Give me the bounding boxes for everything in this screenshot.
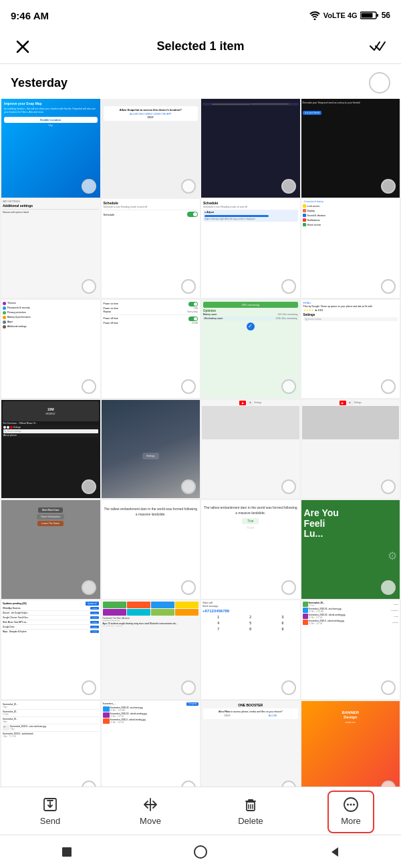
bottom-action-bar: Send Move Delete More: [0, 787, 401, 835]
select-all-circle[interactable]: [369, 72, 390, 93]
grid-item[interactable]: Schedule Schedule to turn Reading mode o…: [201, 199, 300, 298]
close-button[interactable]: [11, 35, 35, 59]
svg-rect-14: [62, 847, 72, 857]
item-select-circle[interactable]: [82, 179, 96, 194]
grid-item[interactable]: 35% remaining Optimize Battery saver12h …: [201, 300, 300, 399]
back-button[interactable]: [325, 843, 344, 861]
send-action[interactable]: Send: [0, 796, 100, 826]
item-select-circle[interactable]: [381, 379, 396, 394]
grid-item[interactable]: WIFI SETTINGS Additional settings Variou…: [1, 199, 100, 298]
grid-item[interactable]: Schedule Schedule to turn Reading mode o…: [102, 199, 200, 298]
battery-icon: [360, 11, 379, 20]
move-label: Move: [140, 816, 161, 826]
section-title: Yesterday: [11, 76, 68, 90]
svg-point-11: [347, 804, 349, 806]
item-select-circle[interactable]: [82, 479, 96, 494]
check-all-button[interactable]: [366, 35, 390, 59]
nav-bar: [0, 835, 401, 868]
grid-item[interactable]: ▶ ⚙ Settings: [201, 400, 300, 499]
item-select-circle[interactable]: [82, 680, 96, 695]
grid-item[interactable]: 16MHOURLY Yeh Dooriaan - Official Music …: [1, 400, 100, 499]
svg-rect-1: [376, 14, 378, 17]
grid-item[interactable]: Decorate your Snap and send as a story t…: [301, 99, 400, 198]
wifi-icon: [309, 11, 321, 20]
move-icon: [142, 796, 159, 813]
grid-item[interactable]: Start New Case Game Introduction Leave T…: [1, 500, 100, 599]
grid-item[interactable]: ONE BOOSTER Allow Files to access photos…: [201, 701, 300, 800]
item-select-circle[interactable]: [281, 580, 296, 595]
more-action[interactable]: More: [301, 796, 401, 826]
grid-item[interactable]: Screenshot_20...14 Jan Delete Screenshot…: [301, 600, 400, 699]
delete-icon: [242, 796, 259, 813]
item-select-circle[interactable]: [181, 379, 196, 394]
grid-item[interactable]: Video call Send message +67123456789 123…: [201, 600, 300, 699]
grid-item[interactable]: Improve your Snap Map by enabling locati…: [1, 99, 100, 198]
grid-item[interactable]: Screenshot_...Compress Screenshot_2020-0…: [102, 701, 200, 800]
item-select-circle[interactable]: [281, 680, 296, 695]
grid-item[interactable]: INSTALL Files by Google: Clean up space …: [301, 300, 400, 399]
move-action[interactable]: Move: [100, 796, 200, 826]
item-select-circle[interactable]: [281, 479, 296, 494]
home-button[interactable]: [191, 843, 210, 861]
item-select-circle[interactable]: [281, 379, 296, 394]
svg-marker-16: [331, 847, 338, 857]
grid-item[interactable]: Power on time Power on time7:00 RepeatEv…: [102, 300, 200, 399]
grid-item[interactable]: [201, 99, 300, 198]
svg-point-12: [350, 804, 352, 806]
grid-item[interactable]: Themes Passwords & security Privacy prot…: [1, 300, 100, 399]
photo-grid: Improve your Snap Map by enabling locati…: [0, 99, 401, 800]
grid-item[interactable]: Are YouFeeliLu... ⚙: [301, 500, 400, 599]
status-icons: VoLTE 4G 56: [309, 11, 390, 20]
top-bar: Selected 1 item: [0, 29, 401, 64]
svg-rect-2: [361, 13, 372, 18]
grid-item[interactable]: Updates pending (26)Update all WhatsApp …: [1, 600, 100, 699]
section-header: Yesterday: [0, 64, 401, 99]
grid-item[interactable]: Facebook | YouTube | Amazon Wikipedia | …: [102, 600, 200, 699]
more-label: More: [341, 816, 361, 826]
battery-level: 56: [382, 11, 390, 20]
item-select-circle[interactable]: [281, 179, 296, 194]
item-select-circle[interactable]: [82, 379, 96, 394]
status-time: 9:46 AM: [11, 10, 49, 21]
item-select-circle[interactable]: [381, 680, 396, 695]
more-icon: [342, 796, 360, 813]
signal-icon: VoLTE 4G: [323, 11, 358, 19]
send-label: Send: [40, 816, 60, 826]
grid-item[interactable]: The tallest embankment dam in the world …: [102, 500, 200, 599]
item-select-circle[interactable]: [381, 179, 396, 194]
grid-item[interactable]: Settings: [102, 400, 200, 499]
delete-label: Delete: [238, 816, 263, 826]
send-icon: [41, 796, 59, 813]
grid-item[interactable]: ↑ Connection & sharing Lock screen Displ…: [301, 199, 400, 298]
item-select-circle[interactable]: [82, 279, 96, 294]
svg-point-15: [194, 846, 207, 858]
status-bar: 9:46 AM VoLTE 4G 56: [0, 0, 401, 29]
recent-apps-button[interactable]: [57, 843, 76, 861]
svg-point-13: [353, 804, 355, 806]
item-select-circle[interactable]: [181, 179, 196, 194]
grid-item[interactable]: Allow Snapchat to access this device's l…: [102, 99, 200, 198]
item-select-circle[interactable]: [181, 580, 196, 595]
grid-item[interactable]: Screenshot_20...7 Apr Screenshot_20...10…: [1, 701, 100, 800]
item-select-circle[interactable]: [181, 680, 196, 695]
grid-item[interactable]: BANNERDesign wsxdn.com: [301, 701, 400, 800]
grid-item[interactable]: The tallest embankment dam in the world …: [201, 500, 300, 599]
item-select-circle[interactable]: [181, 279, 196, 294]
delete-action[interactable]: Delete: [200, 796, 301, 826]
selection-title: Selected 1 item: [156, 39, 244, 53]
item-select-circle[interactable]: [82, 580, 96, 595]
item-select-circle[interactable]: [381, 580, 396, 595]
item-select-circle[interactable]: [281, 279, 296, 294]
item-select-circle[interactable]: [381, 279, 396, 294]
grid-item[interactable]: ▶ ⚙ Settings: [301, 400, 400, 499]
